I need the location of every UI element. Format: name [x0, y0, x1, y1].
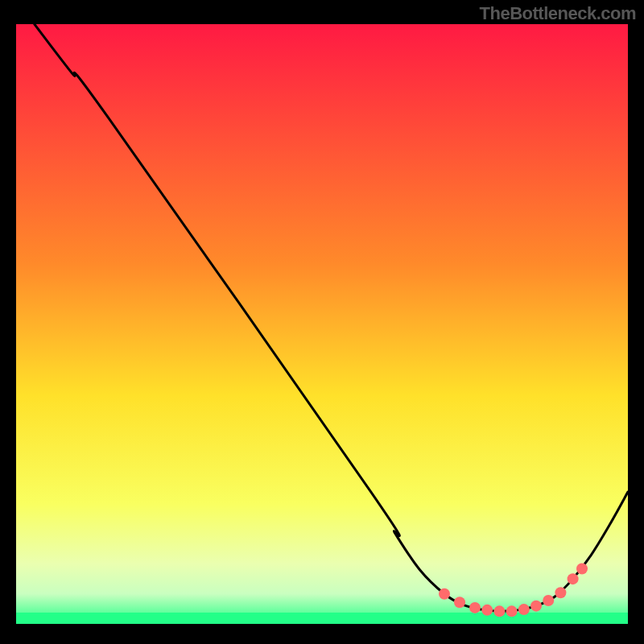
data-marker [530, 601, 542, 612]
data-marker [493, 605, 505, 617]
data-marker [439, 588, 450, 600]
chart-frame: TheBottleneck.com [0, 0, 644, 644]
data-marker [568, 573, 579, 584]
data-marker [518, 604, 530, 615]
chart-svg [16, 24, 628, 624]
data-marker [543, 595, 554, 606]
bottom-green-band [16, 613, 628, 624]
data-marker [469, 602, 481, 613]
data-marker [481, 605, 493, 616]
gradient-background [16, 24, 628, 624]
data-marker [555, 587, 566, 598]
data-marker [576, 563, 588, 574]
plot-area [16, 24, 628, 624]
data-marker [506, 605, 518, 617]
watermark-text: TheBottleneck.com [480, 3, 636, 24]
data-marker [454, 597, 465, 608]
